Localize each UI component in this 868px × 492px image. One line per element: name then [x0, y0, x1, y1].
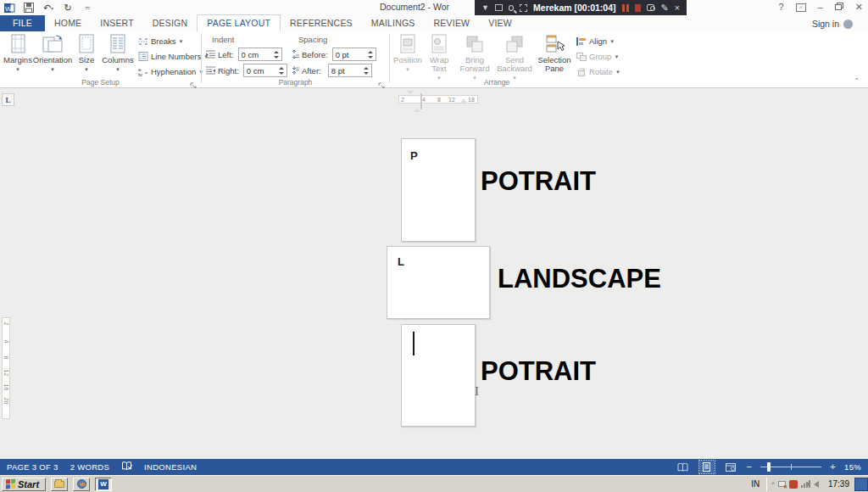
margins-button[interactable]: Margins ▼ — [2, 33, 34, 74]
horizontal-ruler[interactable]: 2 4 8 12 18 — [398, 95, 478, 103]
tab-stop-selector[interactable]: L — [2, 93, 14, 106]
spacing-before-value[interactable] — [333, 50, 365, 59]
breaks-button[interactable]: Breaks▼ — [138, 36, 184, 46]
security-alert-icon[interactable] — [789, 480, 798, 489]
annotation-potrait-1: POTRAIT — [481, 166, 596, 197]
recorder-dropdown-icon[interactable]: ▼ — [481, 3, 489, 12]
hyphenation-icon: a-bc — [138, 67, 148, 76]
right-indent-marker-icon[interactable] — [460, 98, 467, 103]
size-button[interactable]: Size ▼ — [73, 33, 100, 74]
tab-view[interactable]: VIEW — [479, 15, 521, 31]
indent-markers-icon[interactable] — [407, 94, 414, 109]
web-layout-view-icon[interactable] — [723, 461, 738, 473]
indent-left-value[interactable] — [239, 50, 271, 59]
taskbar-explorer-button[interactable] — [51, 478, 68, 491]
ruler-tick: 8 — [437, 96, 441, 103]
zoom-in-button[interactable]: + — [830, 462, 836, 472]
align-button[interactable]: Align▼ — [576, 36, 615, 46]
spacing-after-value[interactable] — [329, 66, 361, 75]
taskbar-browser-button[interactable] — [73, 478, 90, 491]
document-canvas[interactable]: L 2 4 8 12 18 2 4 8 12 16 20 P POTRAIT L… — [0, 88, 868, 459]
recorder-pause-icon[interactable] — [622, 4, 629, 12]
indent-right-value[interactable] — [244, 66, 276, 75]
tab-file[interactable]: FILE — [0, 15, 45, 31]
spacing-after-input[interactable] — [328, 64, 372, 77]
indent-left-input[interactable] — [238, 48, 282, 61]
orientation-button[interactable]: Orientation ▼ — [34, 33, 71, 74]
recorder-window-icon[interactable] — [495, 4, 503, 11]
paragraph-dialog-launcher-icon[interactable] — [378, 78, 386, 86]
customize-qat-icon[interactable]: ≂ — [81, 3, 93, 14]
line-numbers-button[interactable]: 12 Line Numbers▼ — [138, 52, 209, 61]
tab-home[interactable]: HOME — [45, 15, 91, 31]
redo-icon[interactable]: ↻ — [62, 3, 74, 14]
restore-icon[interactable] — [835, 2, 843, 13]
send-backward-button[interactable]: Send Backward ▼ — [495, 33, 534, 82]
taskbar-word-button[interactable]: W — [95, 478, 112, 491]
action-center-flag-icon[interactable] — [778, 481, 786, 487]
page-3[interactable] — [401, 324, 476, 427]
page-2[interactable]: L — [387, 246, 490, 319]
page-indicator[interactable]: PAGE 3 OF 3 — [7, 462, 58, 472]
recorder-pencil-icon[interactable]: ✎ — [660, 3, 668, 14]
system-tray: IN ^ 17:39 — [744, 476, 868, 492]
ruler-tick: 16 — [3, 384, 9, 391]
recorder-camera-icon[interactable] — [647, 4, 654, 11]
annotation-potrait-2: POTRAIT — [481, 356, 596, 387]
wrap-text-button[interactable]: Wrap Text ▼ — [424, 33, 454, 82]
clock[interactable]: 17:39 — [823, 479, 854, 489]
spinner-arrows[interactable] — [367, 48, 375, 60]
undo-icon[interactable]: ↶▾ — [42, 3, 54, 14]
zoom-level[interactable]: 15% — [844, 462, 861, 472]
rotate-button[interactable]: Rotate▼ — [576, 67, 620, 76]
print-layout-view-icon[interactable] — [699, 461, 715, 473]
zoom-out-button[interactable]: − — [747, 462, 753, 472]
tray-edge-icon[interactable] — [854, 478, 868, 491]
tab-mailings[interactable]: MAILINGS — [362, 15, 425, 31]
recorder-close-icon[interactable]: × — [675, 3, 680, 13]
columns-button[interactable]: Columns ▼ — [101, 33, 135, 74]
position-button[interactable]: Position ▼ — [393, 33, 422, 74]
proofing-icon[interactable] — [121, 461, 132, 472]
spacing-before-input[interactable] — [332, 48, 376, 61]
zoom-slider-thumb[interactable] — [767, 462, 771, 472]
close-window-icon[interactable]: ✕ — [855, 2, 863, 13]
selection-pane-button[interactable]: Selection Pane — [536, 33, 573, 73]
minimize-icon[interactable]: – — [818, 2, 823, 13]
keyboard-language-indicator[interactable]: IN — [744, 479, 766, 489]
vertical-ruler[interactable]: 2 4 8 12 16 20 — [2, 317, 10, 419]
tab-page-layout[interactable]: PAGE LAYOUT — [197, 14, 281, 31]
tab-references[interactable]: REFERENCES — [281, 15, 362, 31]
page-setup-dialog-launcher-icon[interactable] — [190, 78, 198, 86]
save-icon[interactable] — [23, 3, 35, 14]
volume-icon[interactable] — [814, 481, 819, 488]
read-mode-view-icon[interactable] — [676, 461, 691, 473]
bring-forward-button[interactable]: Bring Forward ▼ — [456, 33, 493, 82]
tab-insert[interactable]: INSERT — [91, 15, 143, 31]
person-icon — [843, 20, 853, 29]
hidden-icons-chevron[interactable]: ^ — [771, 480, 775, 488]
tab-design[interactable]: DESIGN — [143, 15, 197, 31]
start-button[interactable]: Start — [2, 478, 46, 491]
language-indicator[interactable]: INDONESIAN — [144, 462, 197, 472]
indent-right-input[interactable] — [243, 64, 287, 77]
spinner-arrows[interactable] — [278, 64, 286, 76]
page-1[interactable]: P — [401, 138, 476, 242]
ribbon-display-options-icon[interactable]: ^ — [796, 3, 806, 12]
spinner-arrows[interactable] — [363, 64, 370, 76]
mouse-ibeam-cursor: I — [475, 384, 479, 399]
svg-text:1: 1 — [140, 53, 142, 56]
group-button[interactable]: Group▼ — [576, 52, 619, 61]
recorder-zoom-icon[interactable] — [509, 5, 514, 11]
spinner-arrows[interactable] — [273, 48, 281, 60]
recorder-region-icon[interactable] — [520, 4, 527, 12]
help-icon[interactable]: ? — [779, 2, 784, 13]
tab-review[interactable]: REVIEW — [425, 15, 480, 31]
hyphenation-button[interactable]: a-bc Hyphenation▼ — [138, 67, 203, 76]
zoom-slider[interactable] — [760, 461, 821, 473]
collapse-ribbon-icon[interactable]: ⌃ — [854, 77, 860, 85]
recorder-stop-icon[interactable] — [635, 4, 641, 12]
sign-in-link[interactable]: Sign in — [812, 19, 853, 29]
svg-text:bc: bc — [138, 72, 143, 76]
word-count[interactable]: 2 WORDS — [70, 462, 109, 472]
